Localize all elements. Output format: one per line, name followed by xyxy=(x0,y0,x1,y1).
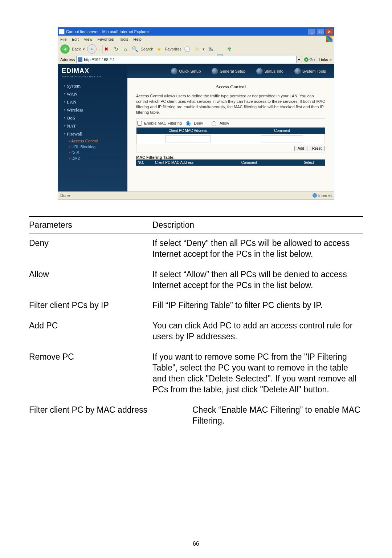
globe-icon xyxy=(294,68,301,74)
url-text: http://192.168.2.1 xyxy=(84,57,115,62)
col-select: Select xyxy=(302,159,325,166)
desc-deny: If select “Deny” then all PCs will be al… xyxy=(152,238,363,260)
sidebar-item-firewall[interactable]: Firewall xyxy=(58,130,127,138)
app-icon xyxy=(59,29,65,35)
sidebar-sub-url-blocking[interactable]: URL Blocking xyxy=(58,144,127,150)
menu-edit[interactable]: Edit xyxy=(72,37,79,41)
enable-mac-label: Enable MAC Filtering xyxy=(144,121,182,125)
param-filter-ip: Filter client PCs by IP xyxy=(29,300,149,311)
desc-filter-mac: Check “Enable MAC Filtering” to enable M… xyxy=(192,405,363,426)
sidebar-sub-access-control[interactable]: Access Control xyxy=(58,138,127,144)
windows-logo-icon xyxy=(326,36,332,42)
mac-address-input[interactable] xyxy=(165,135,211,142)
page-icon xyxy=(78,57,82,62)
col-no: NO. xyxy=(136,159,154,166)
menu-help[interactable]: Help xyxy=(133,37,142,41)
sidebar-item-qos[interactable]: QoS xyxy=(58,114,127,122)
page-title: Access Control xyxy=(136,84,325,90)
home-icon[interactable]: ⌂ xyxy=(122,45,129,53)
menu-tools[interactable]: Tools xyxy=(119,37,128,41)
param-deny: Deny xyxy=(29,238,149,260)
sidebar-sub-dos[interactable]: DoS xyxy=(58,150,127,155)
menu-favorites[interactable]: Favorites xyxy=(97,37,114,41)
favorites-label[interactable]: Favorites xyxy=(165,47,181,51)
print-icon[interactable]: 🖶 xyxy=(207,45,214,53)
sidebar: EDIMAX NETWORKING PEOPLE TOGETHER System… xyxy=(58,64,127,191)
desc-allow: If select “Allow” then all PCs will be d… xyxy=(152,269,363,291)
sidebar-item-system[interactable]: System xyxy=(58,82,127,90)
messenger-icon[interactable]: ✾ xyxy=(226,45,233,53)
allow-radio[interactable] xyxy=(212,121,216,126)
statusbar: Done Internet xyxy=(58,191,334,199)
enable-mac-row: Enable MAC Filtering Deny Allow xyxy=(136,119,325,128)
status-text: Done xyxy=(60,193,70,198)
address-bar: Address http://192.168.2.1 ▾ ➜ Go Links … xyxy=(58,55,334,64)
parameters-table: Parameters Description Deny If select “D… xyxy=(29,216,363,432)
menu-view[interactable]: View xyxy=(84,37,93,41)
tab-system-tools[interactable]: System Tools xyxy=(294,68,326,74)
back-button[interactable]: ◄ xyxy=(60,44,70,54)
router-page: EDIMAX NETWORKING PEOPLE TOGETHER System… xyxy=(58,64,334,191)
reset-button[interactable]: Reset xyxy=(309,146,325,151)
close-button[interactable]: ✕ xyxy=(325,28,333,35)
tab-quick-setup[interactable]: Quick Setup xyxy=(171,68,201,74)
sidebar-item-lan[interactable]: LAN xyxy=(58,98,127,106)
comment-input[interactable] xyxy=(261,135,303,142)
brand-logo: EDIMAX xyxy=(58,64,127,76)
browser-window: Cannot find server - Microsoft Internet … xyxy=(58,27,334,199)
col-mac: Client PC MAC Address xyxy=(136,128,239,134)
globe-icon xyxy=(212,68,218,74)
addr-dropdown-icon[interactable]: ▾ xyxy=(298,57,300,62)
mac-table-header: NO. Client PC MAC Address Comment Select xyxy=(136,159,325,166)
param-add-pc: Add PC xyxy=(29,320,149,342)
zone-icon xyxy=(313,193,317,198)
dropdown-icon[interactable]: ▾ xyxy=(83,47,85,52)
forward-button[interactable]: ► xyxy=(87,44,97,54)
links-label[interactable]: Links xyxy=(319,57,328,62)
deny-radio[interactable] xyxy=(186,121,191,126)
zone-text: Internet xyxy=(318,193,332,198)
add-button[interactable]: Add xyxy=(294,146,307,151)
col-comment2: Comment xyxy=(240,159,302,166)
allow-label: Allow xyxy=(220,121,229,125)
menu-file[interactable]: File xyxy=(60,37,67,41)
tab-general-setup[interactable]: General Setup xyxy=(212,68,245,74)
window-title: Cannot find server - Microsoft Internet … xyxy=(66,29,149,34)
desc-remove-pc: If you want to remove some PC from the "… xyxy=(152,352,363,395)
enable-mac-checkbox[interactable] xyxy=(137,121,142,126)
address-input[interactable]: http://192.168.2.1 xyxy=(76,56,296,63)
stop-icon[interactable]: ✖ xyxy=(102,45,110,53)
maximize-button[interactable]: □ xyxy=(317,28,324,35)
back-label: Back xyxy=(72,47,81,51)
sidebar-sub-dmz[interactable]: DMZ xyxy=(58,155,127,161)
toolbar: ◄ Back ▾ ► · ✖ ↻ ⌂ 🔍 Search ★ Favorites … xyxy=(58,43,334,55)
sidebar-item-wan[interactable]: WAN xyxy=(58,90,127,98)
history-icon[interactable]: 🕘 xyxy=(184,45,191,53)
param-remove-pc: Remove PC xyxy=(29,352,149,395)
sidebar-item-wireless[interactable]: Wireless xyxy=(58,106,127,114)
go-button[interactable]: ➜ Go xyxy=(302,56,318,63)
brand-tagline: NETWORKING PEOPLE TOGETHER xyxy=(58,76,127,81)
header-description: Description xyxy=(152,220,363,231)
col-mac2: Client PC MAC Address xyxy=(154,159,240,166)
mac-input-row xyxy=(136,134,325,144)
param-filter-mac: Filter client PC by MAC address xyxy=(29,405,189,426)
globe-icon xyxy=(171,68,177,74)
globe-icon xyxy=(256,68,263,74)
mac-table-title: MAC Filtering Table: xyxy=(136,155,325,159)
tab-status-info[interactable]: Status Info xyxy=(256,68,283,74)
favorites-icon[interactable]: ★ xyxy=(155,45,163,53)
search-label[interactable]: Search xyxy=(141,47,154,51)
deny-label: Deny xyxy=(194,121,203,125)
col-comment: Comment xyxy=(239,128,325,134)
sidebar-item-nat[interactable]: NAT xyxy=(58,122,127,130)
page-description: Access Control allows users to define th… xyxy=(136,93,325,115)
param-allow: Allow xyxy=(29,269,149,291)
minimize-button[interactable]: _ xyxy=(308,28,316,35)
search-icon[interactable]: 🔍 xyxy=(131,45,139,53)
desc-filter-ip: Fill “IP Filtering Table” to filter PC c… xyxy=(152,300,363,311)
mac-input-header: Client PC MAC Address Comment xyxy=(136,128,325,134)
refresh-icon[interactable]: ↻ xyxy=(113,45,120,53)
header-parameters: Parameters xyxy=(29,220,149,231)
mail-icon[interactable]: ✉ xyxy=(193,45,200,53)
